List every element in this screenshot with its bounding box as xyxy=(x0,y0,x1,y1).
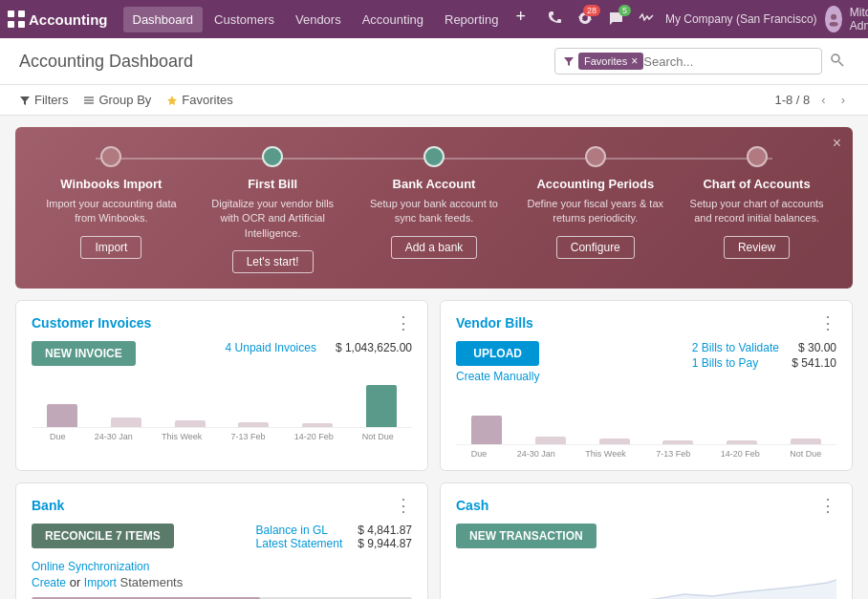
bills-validate-label[interactable]: 2 Bills to Validate xyxy=(692,341,779,354)
cash-line-chart xyxy=(456,556,836,599)
card-menu-vendors[interactable]: ⋮ xyxy=(819,312,836,333)
reconcile-btn[interactable]: RECONCILE 7 ITEMS xyxy=(32,524,174,548)
step-chartofaccounts: Chart of Accounts Setup your chart of ac… xyxy=(685,146,829,273)
card-body-invoices: NEW INVOICE 4 Unpaid Invoices $ 1,043,62… xyxy=(16,341,427,453)
svg-rect-3 xyxy=(18,21,25,28)
card-bank: Bank ⋮ RECONCILE 7 ITEMS Balance in GL $… xyxy=(15,482,428,599)
new-invoice-btn[interactable]: NEW INVOICE xyxy=(32,341,136,366)
favorites-filter-tag[interactable]: Favorites × xyxy=(578,53,643,70)
phone-icon[interactable] xyxy=(543,7,566,32)
card-vendor-bills: Vendor Bills ⋮ UPLOAD Create Manually 2 … xyxy=(440,300,853,471)
bar-due xyxy=(47,404,77,427)
step-desc-winbooks: Import your accounting data from Winbook… xyxy=(39,197,183,226)
upload-btn[interactable]: UPLOAD xyxy=(456,341,539,366)
svg-rect-0 xyxy=(8,11,14,17)
step-btn-bankaccount[interactable]: Add a bank xyxy=(391,236,478,259)
step-btn-coa[interactable]: Review xyxy=(724,236,790,259)
prev-page[interactable]: ‹ xyxy=(817,91,829,109)
card-menu-bank[interactable]: ⋮ xyxy=(395,495,412,516)
step-dot-periods xyxy=(585,146,606,167)
bills-pay-label[interactable]: 1 Bills to Pay xyxy=(692,356,758,370)
lbl-2430: 24-30 Jan xyxy=(95,432,133,441)
remove-filter[interactable]: × xyxy=(631,54,638,68)
create-manually-link[interactable]: Create Manually xyxy=(456,370,539,383)
toolbar: Filters Group By Favorites 1-8 / 8 ‹ › xyxy=(0,85,868,116)
card-menu-invoices[interactable]: ⋮ xyxy=(395,312,412,333)
step-title-periods: Accounting Periods xyxy=(536,177,654,191)
next-page[interactable]: › xyxy=(837,91,849,109)
nav-plus[interactable]: + xyxy=(510,7,532,32)
vbar-1420 xyxy=(713,440,771,444)
svg-marker-11 xyxy=(167,96,177,105)
chat-badge: 5 xyxy=(618,5,631,16)
chat-icon[interactable]: 5 xyxy=(604,7,627,32)
create-link[interactable]: Create xyxy=(32,576,66,589)
vbar-713 xyxy=(649,440,707,444)
refresh-badge: 28 xyxy=(583,5,600,16)
invoice-actions: NEW INVOICE 4 Unpaid Invoices $ 1,043,62… xyxy=(32,341,412,366)
nav-dashboard[interactable]: Dashboard xyxy=(123,7,204,32)
bar-group-notdue xyxy=(352,385,410,427)
vbar-2430 xyxy=(522,437,580,444)
vbar-713-bar xyxy=(662,440,693,444)
lbl-due: Due xyxy=(50,432,66,441)
step-desc-bankaccount: Setup your bank account to sync bank fee… xyxy=(362,197,506,226)
nav-vendors[interactable]: Vendors xyxy=(286,7,351,32)
user-avatar[interactable] xyxy=(825,6,842,32)
card-body-vendors: UPLOAD Create Manually 2 Bills to Valida… xyxy=(441,341,852,470)
card-title-bank: Bank xyxy=(32,498,64,513)
vlbl-due: Due xyxy=(471,449,488,459)
balance-gl-label[interactable]: Balance in GL xyxy=(256,524,328,537)
new-transaction-btn[interactable]: NEW TRANSACTION xyxy=(456,524,597,548)
favorites-btn[interactable]: Favorites xyxy=(166,93,232,107)
step-btn-winbooks[interactable]: Import xyxy=(80,236,141,259)
bar-group-due xyxy=(33,404,92,427)
step-btn-periods[interactable]: Configure xyxy=(556,236,635,259)
card-menu-cash[interactable]: ⋮ xyxy=(819,495,836,516)
vbar-notdue xyxy=(776,439,835,444)
onboarding-steps: Winbooks Import Import your accounting d… xyxy=(31,146,837,273)
card-body-cash: NEW TRANSACTION xyxy=(441,524,852,599)
toolbar-right: 1-8 / 8 ‹ › xyxy=(774,91,849,109)
balance-gl-value: $ 4,841.87 xyxy=(358,524,412,537)
step-title-firstbill: First Bill xyxy=(248,177,297,191)
step-firstbill: First Bill Digitalize your vendor bills … xyxy=(201,146,344,273)
step-dot-firstbill xyxy=(262,146,283,167)
search-input[interactable] xyxy=(643,54,758,69)
lbl-thisweek: This Week xyxy=(162,432,202,441)
online-sync-link[interactable]: Online Synchronization xyxy=(32,560,412,573)
step-title-winbooks: Winbooks Import xyxy=(60,177,162,191)
company-name[interactable]: My Company (San Francisco) xyxy=(665,12,817,26)
search-button[interactable] xyxy=(826,49,849,75)
bank-links: Online Synchronization Create or Import … xyxy=(32,560,412,589)
svg-rect-1 xyxy=(18,11,25,17)
nav-customers[interactable]: Customers xyxy=(205,7,284,32)
step-dot-winbooks xyxy=(100,146,121,167)
pagination-text: 1-8 / 8 xyxy=(774,93,810,107)
bank-stat-row1: Balance in GL $ 4,841.87 xyxy=(256,524,412,537)
refresh-icon[interactable]: 28 xyxy=(574,7,597,32)
toolbar-left: Filters Group By Favorites xyxy=(19,93,233,107)
svg-rect-2 xyxy=(8,21,14,28)
import-statements-links: Create or Import Statements xyxy=(32,575,412,589)
groupby-btn[interactable]: Group By xyxy=(83,93,151,107)
step-desc-firstbill: Digitalize your vendor bills with OCR an… xyxy=(201,197,344,241)
unpaid-invoices-label[interactable]: 4 Unpaid Invoices xyxy=(226,341,316,354)
onboarding-banner: × Winbooks Import Import your accounting… xyxy=(15,127,853,289)
card-customer-invoices: Customer Invoices ⋮ NEW INVOICE 4 Unpaid… xyxy=(15,300,428,471)
nav-reporting[interactable]: Reporting xyxy=(435,7,508,32)
or-text: or xyxy=(70,575,84,589)
nav-links: Dashboard Customers Vendors Accounting R… xyxy=(123,7,532,32)
import-link[interactable]: Import xyxy=(84,576,117,589)
invoices-chart-labels: Due 24-30 Jan This Week 7-13 Feb 14-20 F… xyxy=(32,428,412,441)
activity-icon[interactable] xyxy=(635,7,658,32)
step-dot-bankaccount xyxy=(423,146,445,167)
search-bar: Favorites × xyxy=(554,48,822,75)
user-name[interactable]: Mitchell Admin xyxy=(850,6,868,32)
nav-accounting[interactable]: Accounting xyxy=(353,7,433,32)
app-grid-icon[interactable] xyxy=(8,6,25,32)
vendor-stat-row1: 2 Bills to Validate $ 30.00 xyxy=(692,341,836,354)
step-btn-firstbill[interactable]: Let's start! xyxy=(232,250,314,273)
bar-1420 xyxy=(302,423,333,427)
filters-btn[interactable]: Filters xyxy=(19,93,68,107)
